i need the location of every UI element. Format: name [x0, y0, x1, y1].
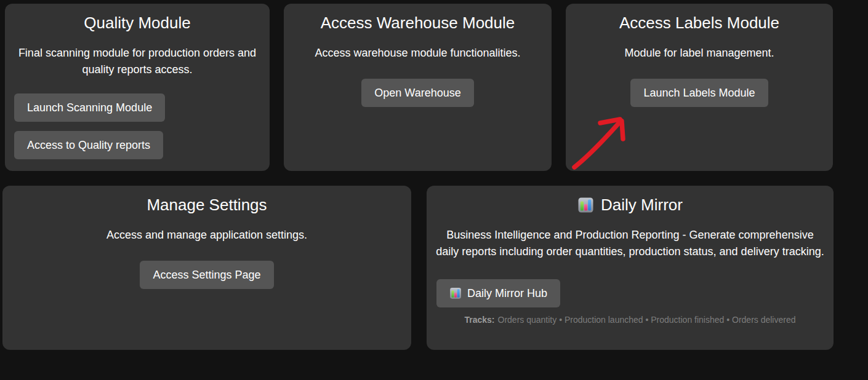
card-access-labels-module: Access Labels Module Module for label ma… — [566, 4, 833, 171]
card-quality-module: Quality Module Final scanning module for… — [5, 4, 270, 171]
card-manage-settings: Manage Settings Access and manage applic… — [2, 186, 411, 350]
quality-module-buttons: Launch Scanning Module Access to Quality… — [14, 93, 270, 159]
daily-mirror-hub-button[interactable]: Daily Mirror Hub — [436, 279, 560, 307]
labels-module-buttons: Launch Labels Module — [566, 79, 833, 107]
tracks-footer: Tracks:Orders quantity • Production laun… — [427, 315, 834, 325]
card-access-warehouse-module: Access Warehouse Module Access warehouse… — [284, 4, 552, 171]
quality-module-description: Final scanning module for production ord… — [14, 45, 261, 78]
open-warehouse-button[interactable]: Open Warehouse — [361, 79, 473, 107]
labels-module-title: Access Labels Module — [573, 13, 826, 33]
daily-mirror-description: Business Intelligence and Production Rep… — [436, 227, 825, 260]
launch-labels-module-button[interactable]: Launch Labels Module — [630, 79, 768, 107]
bar-chart-icon — [577, 197, 594, 213]
manage-settings-title: Manage Settings — [10, 195, 404, 215]
launch-scanning-module-button[interactable]: Launch Scanning Module — [14, 93, 165, 122]
quality-module-title: Quality Module — [12, 13, 262, 33]
warehouse-module-title: Access Warehouse Module — [291, 13, 544, 33]
daily-mirror-buttons: Daily Mirror Hub — [436, 279, 834, 307]
daily-mirror-title: Daily Mirror — [601, 195, 683, 215]
daily-mirror-title-row: Daily Mirror — [434, 195, 826, 215]
manage-settings-description: Access and manage application settings. — [2, 227, 411, 243]
access-settings-page-button[interactable]: Access Settings Page — [140, 261, 273, 289]
card-daily-mirror: Daily Mirror Business Intelligence and P… — [427, 186, 834, 350]
tracks-items: Orders quantity • Production launched • … — [498, 315, 796, 325]
labels-module-description: Module for label management. — [566, 45, 833, 61]
daily-mirror-hub-button-label: Daily Mirror Hub — [467, 287, 547, 300]
access-quality-reports-button[interactable]: Access to Quality reports — [14, 131, 163, 159]
dashboard: Quality Module Final scanning module for… — [0, 0, 868, 380]
manage-settings-buttons: Access Settings Page — [2, 261, 411, 289]
bar-chart-icon — [449, 287, 462, 299]
warehouse-module-buttons: Open Warehouse — [284, 79, 552, 107]
warehouse-module-description: Access warehouse module functionalities. — [284, 45, 552, 61]
tracks-label: Tracks: — [464, 315, 494, 325]
